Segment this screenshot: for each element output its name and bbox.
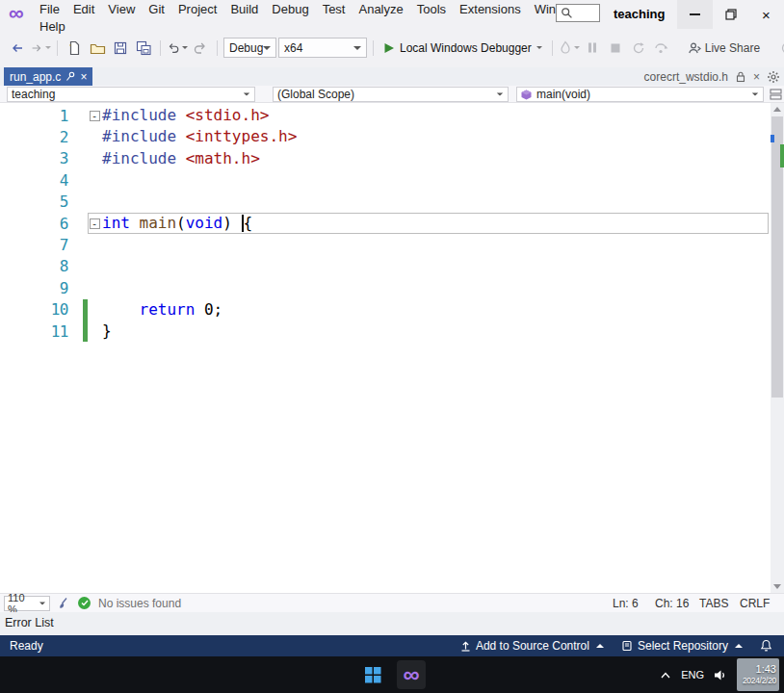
code-token — [130, 214, 140, 232]
tab-corecrt-wstdio-h[interactable]: corecrt_wstdio.h — [644, 70, 728, 84]
fold-toggle-icon[interactable]: - — [90, 111, 100, 121]
save-button[interactable] — [110, 38, 131, 59]
code-token: <inttypes.h> — [186, 127, 298, 145]
line-body — [88, 277, 769, 298]
line-indicator[interactable]: Ln: 6 — [613, 597, 655, 610]
feedback-icon[interactable] — [777, 38, 784, 59]
undo-button[interactable] — [167, 38, 188, 59]
close-tab-icon[interactable]: × — [753, 71, 760, 83]
search-box[interactable] — [556, 4, 600, 22]
project-dropdown[interactable]: teaching — [7, 87, 255, 102]
chevron-up-icon — [596, 644, 604, 648]
fold-toggle-icon[interactable]: - — [90, 218, 100, 229]
code-line[interactable]: 4 — [0, 169, 771, 191]
code-line[interactable]: 11} — [0, 321, 771, 342]
redo-icon — [193, 40, 208, 56]
code-line[interactable]: 9 — [0, 277, 771, 298]
close-button[interactable]: × — [748, 0, 784, 29]
hot-reload-icon[interactable] — [559, 38, 580, 59]
code-line[interactable]: 3#include <math.h> — [0, 148, 771, 169]
step-over-icon[interactable] — [651, 38, 672, 59]
indent-indicator[interactable]: TABS — [699, 597, 740, 610]
code-line[interactable]: 7 — [0, 234, 771, 255]
select-repository-button[interactable]: Select Repository — [621, 639, 743, 653]
close-icon: × — [762, 8, 771, 22]
minimize-icon — [690, 13, 700, 15]
dropdown-value: (Global Scope) — [277, 88, 491, 101]
menu-file[interactable]: File — [33, 2, 66, 16]
code-line[interactable]: 5 — [0, 192, 771, 213]
scroll-up-arrow[interactable] — [773, 107, 781, 112]
menu-tools[interactable]: Tools — [410, 2, 453, 16]
menu-debug[interactable]: Debug — [265, 2, 315, 16]
language-indicator[interactable]: ENG — [681, 669, 704, 680]
menu-view[interactable]: View — [101, 2, 142, 16]
new-file-button[interactable] — [64, 38, 85, 59]
current-line: -int main(void) { — [88, 213, 769, 234]
stop-debug-icon[interactable] — [605, 38, 626, 59]
navigate-backward-button[interactable] — [7, 38, 28, 59]
tab-right-group: corecrt_wstdio.h × — [644, 67, 780, 86]
menu-test[interactable]: Test — [316, 2, 353, 16]
pin-icon[interactable] — [65, 71, 75, 82]
dropdown-value: main(void) — [536, 88, 746, 101]
chevron-down-icon — [182, 46, 188, 49]
live-share-button[interactable]: Live Share — [688, 41, 760, 55]
tab-run-app-c[interactable]: run_app.c × — [4, 67, 92, 86]
line-body: } — [88, 321, 769, 342]
save-all-button[interactable] — [133, 38, 154, 59]
scroll-down-arrow[interactable] — [773, 584, 781, 589]
solution-configuration-dropdown[interactable]: Debug — [223, 38, 276, 58]
restore-button[interactable] — [713, 0, 748, 29]
code-line[interactable]: 2#include <inttypes.h> — [0, 126, 771, 147]
visual-studio-taskbar-button[interactable]: ∞ — [397, 660, 426, 689]
fold-column — [88, 321, 101, 342]
menu-analyze[interactable]: Analyze — [352, 2, 409, 16]
menu-extensions[interactable]: Extensions — [453, 2, 528, 16]
column-indicator[interactable]: Ch: 16 — [655, 597, 699, 610]
zoom-value: 110 % — [8, 592, 36, 615]
menu-build[interactable]: Build — [223, 2, 265, 16]
menu-edit[interactable]: Edit — [66, 2, 101, 16]
scope-dropdown[interactable]: (Global Scope) — [273, 87, 509, 102]
redo-button[interactable] — [190, 38, 211, 59]
code-line[interactable]: 1-#include <stdio.h> — [0, 105, 771, 126]
vertical-scrollbar[interactable] — [771, 103, 784, 593]
issues-check-icon[interactable] — [78, 597, 91, 609]
visual-studio-logo: ∞ — [9, 1, 24, 26]
restart-icon[interactable] — [628, 38, 649, 59]
error-list-panel[interactable]: Error List — [0, 612, 784, 635]
clock-widget[interactable]: 1:43 2024/2/20 — [737, 658, 779, 691]
minimize-button[interactable] — [677, 0, 713, 29]
code-line[interactable]: 8 — [0, 256, 771, 277]
navigate-forward-button[interactable] — [30, 38, 51, 59]
code-line[interactable]: 10 return 0; — [0, 299, 771, 321]
member-dropdown[interactable]: main(void) — [516, 87, 764, 102]
volume-icon[interactable] — [714, 669, 727, 681]
tray-chevron-up-icon[interactable] — [660, 671, 671, 680]
break-all-icon[interactable] — [582, 38, 603, 59]
add-to-source-control-button[interactable]: Add to Source Control — [460, 639, 604, 653]
code-editor[interactable]: 1-#include <stdio.h>2#include <inttypes.… — [0, 103, 784, 593]
tab-label: run_app.c — [10, 70, 61, 84]
zoom-dropdown[interactable]: 110 % — [4, 596, 50, 611]
menu-git[interactable]: Git — [142, 2, 171, 16]
solution-platform-dropdown[interactable]: x64 — [278, 38, 367, 58]
start-button[interactable] — [358, 660, 387, 689]
start-debugging-button[interactable]: Local Windows Debugger — [379, 38, 546, 59]
menu-help[interactable]: Help — [33, 19, 72, 34]
close-tab-icon[interactable]: × — [80, 71, 87, 83]
notifications-bell-icon[interactable] — [760, 639, 772, 653]
chevron-down-icon — [536, 46, 542, 49]
window-title: teaching — [614, 7, 665, 21]
code-cleanup-icon[interactable] — [58, 597, 70, 609]
gear-icon[interactable] — [767, 70, 780, 84]
code-token: return — [140, 300, 196, 319]
code-token: 0; — [195, 300, 222, 319]
split-window-icon[interactable] — [770, 88, 782, 100]
code-line[interactable]: 6-int main(void) { — [0, 213, 771, 234]
eol-indicator[interactable]: CRLF — [740, 597, 772, 610]
menu-project[interactable]: Project — [171, 2, 223, 16]
code-lines: 1-#include <stdio.h>2#include <inttypes.… — [0, 105, 771, 342]
open-file-button[interactable] — [87, 38, 108, 59]
